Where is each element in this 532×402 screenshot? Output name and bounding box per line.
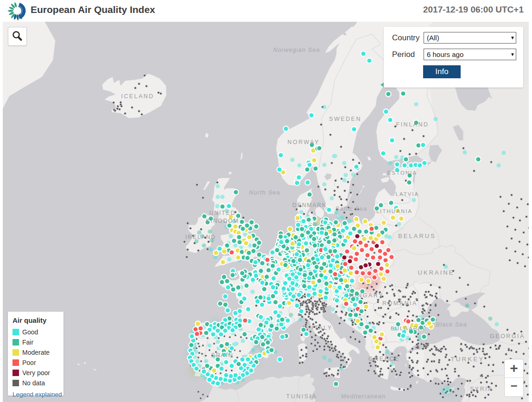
svg-text:IRELAND: IRELAND xyxy=(185,234,216,240)
svg-text:Baltic Sea: Baltic Sea xyxy=(336,206,367,212)
svg-text:GEORGIA: GEORGIA xyxy=(490,333,525,339)
svg-text:SPAIN: SPAIN xyxy=(211,352,234,358)
svg-text:UKRAINE: UKRAINE xyxy=(418,269,455,276)
svg-text:UNITED: UNITED xyxy=(209,210,236,216)
svg-text:Mediterranean: Mediterranean xyxy=(341,393,386,400)
svg-text:SYRIA: SYRIA xyxy=(470,386,493,392)
svg-text:BELARUS: BELARUS xyxy=(398,232,436,239)
svg-text:TURKEY: TURKEY xyxy=(451,356,485,363)
svg-text:DENMARK: DENMARK xyxy=(292,202,327,208)
svg-text:BULGARIA: BULGARIA xyxy=(391,326,425,331)
svg-text:SWEDEN: SWEDEN xyxy=(329,116,361,122)
svg-text:HUNGARY: HUNGARY xyxy=(347,292,384,299)
svg-text:ESTONIA: ESTONIA xyxy=(387,170,417,176)
svg-text:Norwegian Sea: Norwegian Sea xyxy=(273,47,320,53)
svg-text:ICELAND: ICELAND xyxy=(121,93,154,100)
svg-text:NORWAY: NORWAY xyxy=(287,139,320,145)
svg-text:ITALY: ITALY xyxy=(311,325,332,331)
svg-text:KINGDOM: KINGDOM xyxy=(206,218,239,224)
svg-text:North Sea: North Sea xyxy=(249,189,280,196)
svg-text:LATVIA: LATVIA xyxy=(396,191,419,197)
svg-text:TUNISIA: TUNISIA xyxy=(286,393,317,400)
svg-text:FINLAND: FINLAND xyxy=(396,121,429,128)
svg-text:LITHUANIA: LITHUANIA xyxy=(376,208,412,214)
svg-text:GREECE: GREECE xyxy=(368,356,400,362)
svg-text:ROMANIA: ROMANIA xyxy=(382,300,418,307)
svg-text:Black Sea: Black Sea xyxy=(436,321,467,328)
